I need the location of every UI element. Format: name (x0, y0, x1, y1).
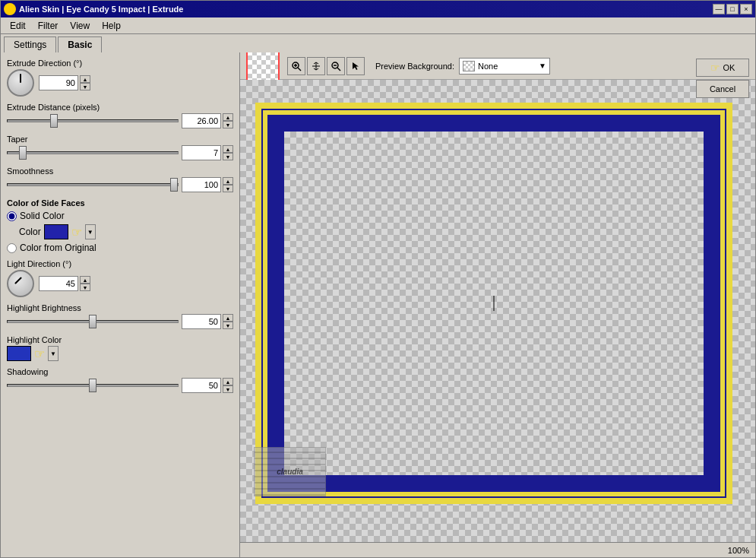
ok-pointer-icon: ☞ (710, 62, 720, 74)
smoothness-slider[interactable] (7, 183, 179, 186)
extrude-direction-input[interactable] (39, 75, 78, 90)
preview-area[interactable]: claudia (240, 80, 755, 542)
pan-tool[interactable] (307, 57, 325, 75)
highlight-brightness-spinners: ▲ ▼ (223, 314, 233, 329)
taper-input[interactable] (182, 145, 221, 160)
color-from-original-label: Color from Original (20, 243, 96, 253)
zoom-level: 100% (728, 546, 749, 555)
color-from-original-radio-row: Color from Original (7, 243, 233, 253)
preview-thumbnail[interactable] (246, 52, 280, 83)
title-bar-controls: — □ × (713, 4, 752, 14)
extrude-direction-group: Extrude Direction (°) ▲ ▼ (7, 59, 233, 97)
extrude-outer-frame (255, 103, 732, 504)
color-pointer-icon: ☞ (71, 225, 82, 239)
extrude-distance-group: Extrude Distance (pixels) ▲ ▼ (7, 103, 233, 128)
color-swatch[interactable] (44, 224, 68, 239)
highlight-color-pointer-icon: ☞ (34, 347, 45, 361)
highlight-pointer-area: ☞ (34, 347, 45, 361)
highlight-brightness-up[interactable]: ▲ (223, 314, 233, 322)
preview-bg-arrow: ▼ (539, 62, 546, 70)
window-title: Alien Skin | Eye Candy 5 Impact | Extrud… (19, 5, 183, 14)
highlight-brightness-group: Highlight Brightness ▲ ▼ (7, 303, 233, 329)
highlight-color-arrow-button[interactable]: ▼ (48, 346, 59, 361)
taper-up[interactable]: ▲ (223, 145, 233, 153)
svg-line-1 (298, 68, 301, 71)
light-direction-input-group: ▲ ▼ (39, 276, 90, 291)
taper-spinners: ▲ ▼ (223, 145, 233, 160)
highlight-color-label: Highlight Color (7, 335, 233, 344)
tab-settings[interactable]: Settings (4, 36, 56, 52)
pointer-tool[interactable] (346, 57, 365, 75)
shadowing-down[interactable]: ▼ (223, 385, 233, 393)
app-icon (4, 3, 16, 15)
maximize-button[interactable]: □ (726, 4, 739, 14)
menu-view[interactable]: View (64, 19, 96, 33)
extrude-distance-input-group: ▲ ▼ (182, 113, 233, 128)
shadowing-input-group: ▲ ▼ (182, 378, 233, 393)
cancel-button[interactable]: Cancel (696, 80, 749, 98)
light-direction-label: Light Direction (°) (7, 259, 233, 268)
close-button[interactable]: × (740, 4, 752, 14)
shadowing-input[interactable] (182, 378, 221, 393)
watermark-text: claudia (277, 468, 302, 476)
extrude-distance-up[interactable]: ▲ (223, 113, 233, 121)
solid-color-radio-row: Solid Color (7, 211, 233, 221)
smoothness-input[interactable] (182, 177, 221, 192)
highlight-color-swatch[interactable] (7, 346, 31, 361)
highlight-color-picker-row: ☞ ▼ (7, 346, 233, 361)
zoom-in-tool[interactable] (287, 57, 305, 75)
taper-group: Taper ▲ ▼ (7, 135, 233, 160)
extrude-distance-slider[interactable] (7, 119, 179, 122)
main-window: Alien Skin | Eye Candy 5 Impact | Extrud… (0, 0, 756, 558)
preview-bg-swatch (463, 61, 475, 71)
menu-help[interactable]: Help (96, 19, 127, 33)
light-direction-input[interactable] (39, 276, 78, 291)
action-buttons: ☞ OK Cancel (696, 59, 749, 98)
smoothness-down[interactable]: ▼ (223, 185, 233, 192)
taper-down[interactable]: ▼ (223, 153, 233, 160)
light-direction-dial[interactable] (7, 270, 34, 297)
color-arrow-button[interactable]: ▼ (85, 224, 96, 239)
taper-slider[interactable] (7, 151, 179, 154)
title-bar: Alien Skin | Eye Candy 5 Impact | Extrud… (1, 1, 755, 17)
solid-color-radio[interactable] (7, 211, 17, 221)
highlight-brightness-slider[interactable] (7, 320, 179, 323)
minimize-button[interactable]: — (713, 4, 725, 14)
shadowing-slider[interactable] (7, 384, 179, 387)
smoothness-up[interactable]: ▲ (223, 177, 233, 185)
menu-filter[interactable]: Filter (32, 19, 65, 33)
shadowing-up[interactable]: ▲ (223, 378, 233, 385)
extrude-distance-label: Extrude Distance (pixels) (7, 103, 233, 112)
highlight-brightness-input-group: ▲ ▼ (182, 314, 233, 329)
shadowing-group: Shadowing ▲ ▼ (7, 367, 233, 393)
highlight-brightness-down[interactable]: ▼ (223, 322, 233, 329)
title-bar-text: Alien Skin | Eye Candy 5 Impact | Extrud… (4, 3, 183, 15)
main-content: Extrude Direction (°) ▲ ▼ Extrude Distan… (1, 52, 755, 557)
toolbar-icons (287, 57, 365, 75)
light-direction-down[interactable]: ▼ (80, 284, 90, 291)
extrude-direction-row: ▲ ▼ (7, 69, 233, 97)
preview-bg-label: Preview Background: (375, 62, 454, 71)
menu-edit[interactable]: Edit (4, 19, 32, 33)
menu-bar: Edit Filter View Help (1, 17, 755, 34)
highlight-color-group: Highlight Color ☞ ▼ (7, 335, 233, 361)
tab-basic[interactable]: Basic (58, 36, 102, 52)
solid-color-label: Solid Color (20, 211, 65, 221)
extrude-distance-input[interactable] (182, 113, 221, 128)
color-from-original-radio[interactable] (7, 243, 17, 253)
ok-button[interactable]: ☞ OK (696, 59, 749, 77)
extrude-direction-down[interactable]: ▼ (80, 83, 90, 90)
smoothness-spinners: ▲ ▼ (223, 177, 233, 192)
left-panel: Extrude Direction (°) ▲ ▼ Extrude Distan… (1, 52, 240, 557)
extrude-direction-dial[interactable] (7, 69, 34, 97)
zoom-tool[interactable] (327, 57, 345, 75)
highlight-brightness-input[interactable] (182, 314, 221, 329)
extrude-direction-input-group: ▲ ▼ (39, 75, 90, 90)
extrude-direction-up[interactable]: ▲ (80, 75, 90, 83)
right-panel: ☞ OK Cancel (240, 52, 755, 557)
right-header: Preview Background: None ▼ (240, 52, 755, 80)
extrude-distance-down[interactable]: ▼ (223, 121, 233, 128)
preview-bg-select[interactable]: None ▼ (459, 58, 550, 75)
watermark-area: claudia (254, 447, 326, 496)
light-direction-up[interactable]: ▲ (80, 276, 90, 284)
